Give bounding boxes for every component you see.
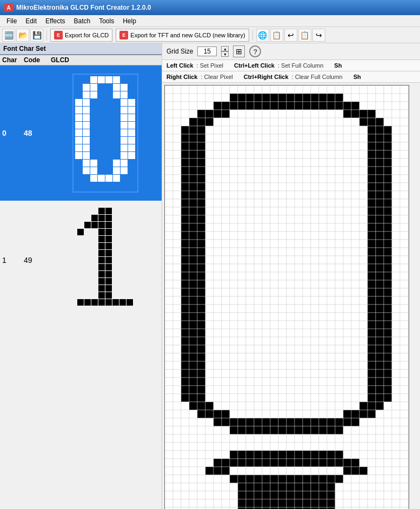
- instructions: Left Click : Set Pixel Ctrl+Left Click :…: [162, 60, 420, 71]
- toolbar-sep2: [252, 30, 253, 41]
- export-glcd-icon: E: [54, 31, 63, 39]
- char-list: 0 48 1 49: [0, 65, 162, 509]
- instr-shift-right: Sh: [354, 74, 361, 80]
- right-click-action: : Clear Pixel: [201, 74, 232, 80]
- char-row-1[interactable]: 1 49: [0, 201, 162, 320]
- table-header: Char Code GLCD: [0, 55, 162, 65]
- toolbar: 🆕 📂 💾 E Export for GLCD E Export for TFT…: [0, 27, 420, 43]
- toolbar-sep1: [46, 30, 47, 41]
- right-click-key: Right Click: [166, 74, 197, 80]
- ctrl-left-key: Ctrl+Left Click: [234, 62, 275, 69]
- toolbar-open-btn[interactable]: 📂: [16, 29, 29, 42]
- shift-right-key: Sh: [354, 74, 361, 80]
- left-panel: Font Char Set Char Code GLCD 0 48 1 49: [0, 43, 162, 509]
- instr-left-click: Left Click : Set Pixel: [166, 62, 223, 69]
- app-icon: A: [4, 3, 13, 12]
- col-header-code: Code: [24, 56, 51, 64]
- toolbar-redo-btn[interactable]: ↪: [312, 29, 325, 42]
- export-tft-btn[interactable]: E Export for TFT and new GLCD (new libra…: [116, 29, 249, 42]
- menu-bar: File Edit Effects Batch Tools Help: [0, 15, 420, 27]
- toolbar-new-btn[interactable]: 🆕: [2, 29, 15, 42]
- char-0-num: 0: [2, 129, 24, 137]
- col-header-char: Char: [2, 56, 24, 64]
- show-grid-btn[interactable]: ⊞: [233, 45, 245, 57]
- menu-file[interactable]: File: [2, 16, 21, 26]
- export-glcd-btn[interactable]: E Export for GLCD: [50, 29, 112, 42]
- menu-tools[interactable]: Tools: [95, 16, 118, 26]
- grid-size-label: Grid Size: [166, 48, 193, 55]
- char-row-0[interactable]: 0 48: [0, 65, 162, 201]
- menu-help[interactable]: Help: [118, 16, 141, 26]
- grid-size-down[interactable]: ▼: [221, 51, 229, 57]
- instr-ctrl-right: Ctrl+Right Click : Clear Full Column: [244, 74, 343, 80]
- menu-effects[interactable]: Effects: [41, 16, 69, 26]
- app-title: MikroElektronika GLCD Font Creator 1.2.0…: [16, 4, 151, 11]
- help-btn[interactable]: ?: [249, 45, 261, 57]
- char-0-code: 48: [24, 129, 51, 137]
- instr-right-click: Right Click : Clear Pixel: [166, 74, 233, 80]
- title-bar: A MikroElektronika GLCD Font Creator 1.2…: [0, 0, 420, 15]
- toolbar-save-btn[interactable]: 💾: [30, 29, 43, 42]
- char-1-glcd: [51, 205, 159, 316]
- instructions-2: Right Click : Clear Pixel Ctrl+Right Cli…: [162, 71, 420, 83]
- ctrl-right-key: Ctrl+Right Click: [244, 74, 289, 80]
- col-header-glcd: GLCD: [51, 56, 159, 64]
- ctrl-left-action: : Set Full Column: [278, 62, 323, 69]
- grid-size-input[interactable]: [197, 47, 217, 56]
- menu-batch[interactable]: Batch: [70, 16, 95, 26]
- left-click-key: Left Click: [166, 62, 194, 69]
- panel-header: Font Char Set: [0, 43, 162, 55]
- menu-edit[interactable]: Edit: [21, 16, 41, 26]
- toolbar-globe-btn[interactable]: 🌐: [256, 29, 269, 42]
- char-0-canvas: [72, 74, 138, 193]
- pixel-editor-canvas[interactable]: [164, 85, 409, 509]
- grid-size-up[interactable]: ▲: [221, 46, 229, 51]
- toolbar-undo-btn[interactable]: ↩: [284, 29, 297, 42]
- shift-left-key: Sh: [334, 62, 342, 69]
- main-content: Font Char Set Char Code GLCD 0 48 1 49: [0, 43, 420, 509]
- instr-ctrl-left: Ctrl+Left Click : Set Full Column: [234, 62, 323, 69]
- char-1-code: 49: [24, 256, 51, 265]
- char-1-num: 1: [2, 256, 24, 265]
- char-0-glcd: [51, 74, 159, 193]
- export-tft-label: Export for TFT and new GLCD (new library…: [130, 32, 245, 38]
- right-panel: Grid Size ▲ ▼ ⊞ ? Left Click : Set Pixel…: [162, 43, 420, 509]
- export-glcd-label: Export for GLCD: [65, 32, 109, 38]
- pixel-editor-container[interactable]: [162, 83, 420, 509]
- char-1-canvas: [75, 205, 136, 316]
- instr-shift-left: Sh: [334, 62, 342, 69]
- export-tft-icon: E: [119, 31, 128, 39]
- ctrl-right-action: : Clear Full Column: [292, 74, 343, 80]
- grid-controls: Grid Size ▲ ▼ ⊞ ?: [162, 43, 420, 60]
- grid-size-spinner: ▲ ▼: [221, 46, 229, 57]
- toolbar-paste-btn[interactable]: 📋: [298, 29, 311, 42]
- left-click-action: : Set Pixel: [197, 62, 224, 69]
- toolbar-copy-btn[interactable]: 📋: [270, 29, 283, 42]
